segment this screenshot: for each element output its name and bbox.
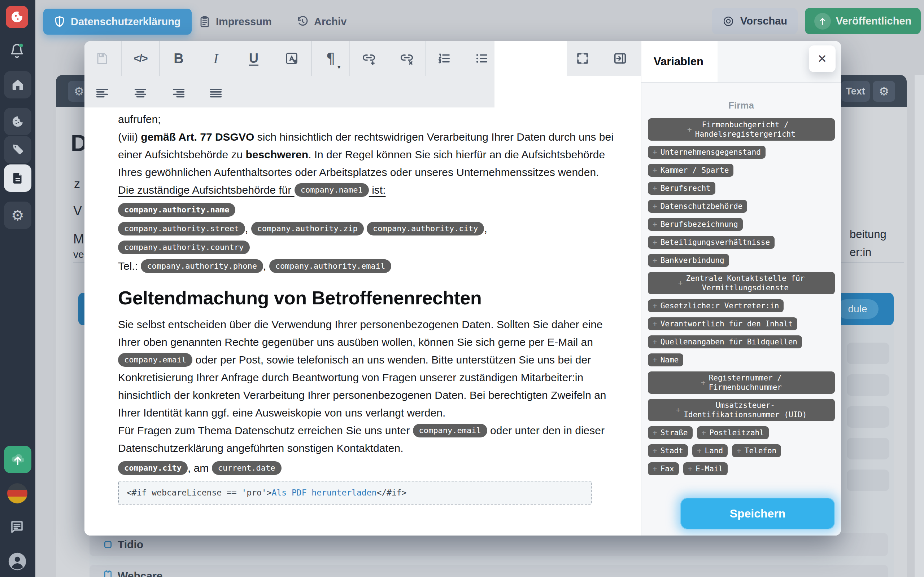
page-scrollbar[interactable] [914,75,924,577]
account-avatar[interactable] [7,551,29,572]
toolbar-separator [121,41,122,76]
variable-insert-chip[interactable]: +Stadt [648,444,688,457]
sidebar-item-settings[interactable]: ⚙ [4,201,31,229]
cookie-icon [11,115,24,128]
insert-image-button[interactable] [278,45,305,72]
chat-icon[interactable] [10,519,26,535]
language-flag-de[interactable] [7,483,27,503]
code-view-button[interactable]: </> [127,45,154,72]
variable-insert-chip[interactable]: +Postleitzahl [697,426,769,439]
variable-insert-chip[interactable]: +Verantwortlich für den Inhalt [648,318,797,330]
variables-panel-title: Variablen [654,41,703,82]
variable-chip[interactable]: company.city [118,461,188,475]
variable-chip[interactable]: company.authority.email [269,259,392,273]
editor-chip-row: Tel.: company.authority.phone, company.a… [118,259,614,274]
variable-insert-chip[interactable]: +Name [648,353,683,366]
background-text-fragment: beitung [850,228,887,241]
variable-chip[interactable]: company.email [413,424,487,437]
save-button[interactable] [89,45,116,72]
background-text-fragment: V [73,203,82,219]
variable-insert-chip[interactable]: +Gesetzliche:r Vertreter:in [648,299,783,312]
editor-content[interactable]: aufrufen; (viii) gemäß Art. 77 DSGVO sic… [84,108,641,535]
variable-insert-chip[interactable]: +Registernummer / Firmenbuchnummer [648,371,835,394]
tidio-icon [103,540,113,549]
variable-chip[interactable]: company.authority.country [118,240,250,254]
preview-button[interactable]: Vorschau [712,8,798,34]
variable-chip[interactable]: company.authority.zip [251,222,364,235]
clipboard-icon [199,16,210,28]
variable-insert-chip[interactable]: +Zentrale Kontaktstelle für Vermittlungs… [648,272,835,294]
editor-paragraph: Sie selbst entscheiden über die Verwendu… [118,316,614,422]
variables-section-label: Firma [641,100,841,111]
bold-button[interactable]: B [165,45,192,72]
variables-chip-list: +Firmenbuchgericht / Handelsregistergeri… [648,118,835,475]
tab-label: Impressum [216,16,272,28]
variable-insert-chip[interactable]: +Datenschutzbehörde [648,200,747,213]
close-icon[interactable]: ✕ [809,45,835,72]
sidebar-publish-button[interactable] [4,446,31,473]
align-justify-button[interactable] [202,80,229,107]
module-row [847,469,889,491]
align-right-button[interactable] [165,80,192,107]
editor-code-block: <#if webcareLicense == 'pro'>Als PDF her… [118,481,591,504]
variable-insert-chip[interactable]: +Berufsrecht [648,182,716,195]
variable-chip[interactable]: company.email [118,353,192,367]
variable-insert-chip[interactable]: +Firmenbuchgericht / Handelsregistergeri… [648,118,835,141]
sidebar-item-documents[interactable] [4,164,31,192]
variable-insert-chip[interactable]: +Unternehmensgegenstand [648,146,766,159]
home-icon [11,78,24,92]
variable-chip[interactable]: company.authority.name [118,203,235,217]
publish-button[interactable]: Veröffentlichen [805,8,921,34]
save-variables-button[interactable]: Speichern [680,498,835,529]
tab-datenschutzerklaerung[interactable]: Datenschutzerklärung [43,9,192,35]
editor-modal: </> B I U ¶ ▼ aufrufen; (viii) gemäß Art [84,41,841,535]
variable-insert-chip[interactable]: +Umsatzsteuer- Identifikationsnummer (UI… [648,399,835,421]
italic-button[interactable]: I [202,45,229,72]
underline-button[interactable]: U [240,45,267,72]
bullet-list-button[interactable] [468,45,495,72]
toggle-panel-button[interactable] [606,45,634,72]
variable-chip[interactable]: current.date [212,461,281,475]
variable-insert-chip[interactable]: +Kammer / Sparte [648,164,733,177]
background-text-fragment: ve [73,249,84,260]
editor-underlined-line: Die zuständige Aufsichtsbehörde für comp… [118,181,614,199]
insert-link-button[interactable] [355,45,383,72]
align-left-button[interactable] [89,80,116,107]
variable-insert-chip[interactable]: +Beteiligungsverhältnisse [648,236,775,249]
paragraph-format-button[interactable]: ¶ ▼ [317,45,344,72]
tab-label: Datenschutzerklärung [71,16,181,28]
history-icon [297,16,308,27]
variable-chip[interactable]: company.name1 [294,183,369,197]
ordered-list-button[interactable] [430,45,458,72]
tab-archiv[interactable]: Archiv [297,9,347,35]
tab-impressum[interactable]: Impressum [199,9,272,35]
align-center-button[interactable] [127,80,154,107]
variable-chip[interactable]: company.authority.city [367,222,484,235]
editor-chip-row: company.authority.street, company.author… [118,222,614,236]
toolbar-separator [159,41,160,76]
notifications-bell-icon[interactable] [10,42,26,60]
variable-insert-chip[interactable]: +Straße [648,426,693,439]
background-text-fragment: z [74,177,80,191]
variable-insert-chip[interactable]: +E-Mail [683,462,728,475]
variable-chip[interactable]: company.authority.street [118,222,245,235]
fullscreen-button[interactable] [569,45,596,72]
sidebar-item-cookies[interactable] [4,108,31,135]
variable-chip[interactable]: company.authority.phone [141,259,263,273]
editor-chip-row: company.authority.name [118,203,614,218]
variable-insert-chip[interactable]: +Land [692,444,728,457]
toolbar-separator [425,41,426,76]
publish-arrow-icon [814,13,831,29]
variable-insert-chip[interactable]: +Berufsbezeichnung [648,218,743,231]
remove-link-button[interactable] [393,45,420,72]
app-logo[interactable] [6,6,28,28]
app-sidebar: ⚙ [0,0,36,577]
variable-insert-chip[interactable]: +Telefon [732,444,781,457]
eye-icon [722,16,735,27]
module-row [847,374,889,396]
variable-insert-chip[interactable]: +Fax [648,462,679,475]
sidebar-item-home[interactable] [4,71,31,98]
variable-insert-chip[interactable]: +Bankverbindung [648,254,729,267]
sidebar-item-tags[interactable] [4,136,31,163]
variable-insert-chip[interactable]: +Quellenangaben für Bildquellen [648,335,802,348]
